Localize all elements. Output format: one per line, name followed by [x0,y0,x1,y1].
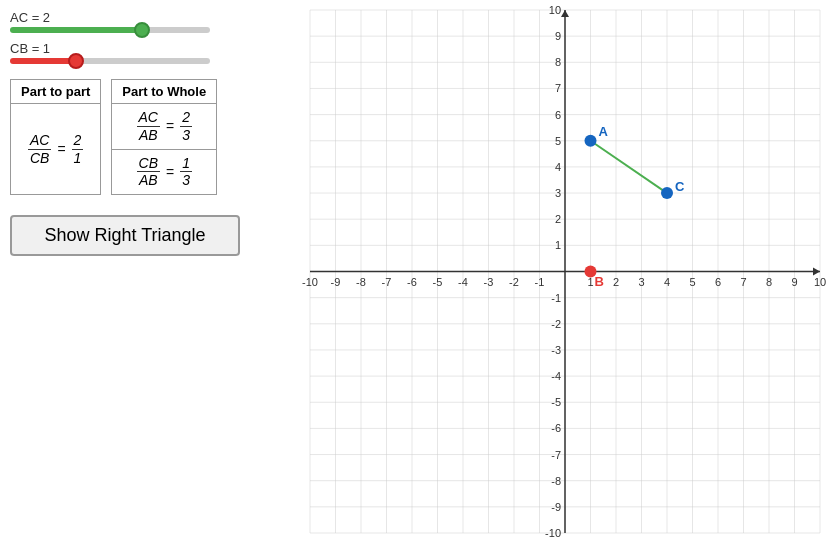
part-to-part-val-frac: 2 1 [72,132,84,167]
ptw-val-frac2: 1 3 [180,155,192,190]
ac-slider-row: AC = 2 [10,10,260,33]
part-to-part-title: Part to part [11,80,101,104]
ac-slider-thumb[interactable] [134,22,150,38]
left-panel: AC = 2 CB = 1 Part to part [0,0,270,553]
ac-slider-track[interactable] [10,27,210,33]
part-to-part-table: Part to part AC CB = 2 [10,79,101,195]
cb-label: CB = 1 [10,41,260,56]
ptw-val-frac1: 2 3 [180,109,192,144]
cb-slider-thumb[interactable] [68,53,84,69]
part-to-part-frac: AC CB [28,132,51,167]
ptw-frac1: AC AB [137,109,160,144]
part-to-whole-row2: CB AB = 1 3 [112,149,217,195]
tables-row: Part to part AC CB = 2 [10,79,260,195]
cb-slider-row: CB = 1 [10,41,260,64]
show-right-triangle-button[interactable]: Show Right Triangle [10,215,240,256]
part-to-whole-row1: AC AB = 2 3 [112,104,217,150]
cb-slider-track[interactable] [10,58,210,64]
part-to-part-cell: AC CB = 2 1 [11,104,101,195]
ac-label: AC = 2 [10,10,260,25]
ptw-frac2: CB AB [137,155,160,190]
slider-container: AC = 2 CB = 1 [10,10,260,64]
part-to-whole-title: Part to Whole [112,80,217,104]
part-to-whole-table: Part to Whole AC AB = 2 [111,79,217,195]
coordinate-graph [270,0,830,553]
graph-panel [270,0,830,553]
